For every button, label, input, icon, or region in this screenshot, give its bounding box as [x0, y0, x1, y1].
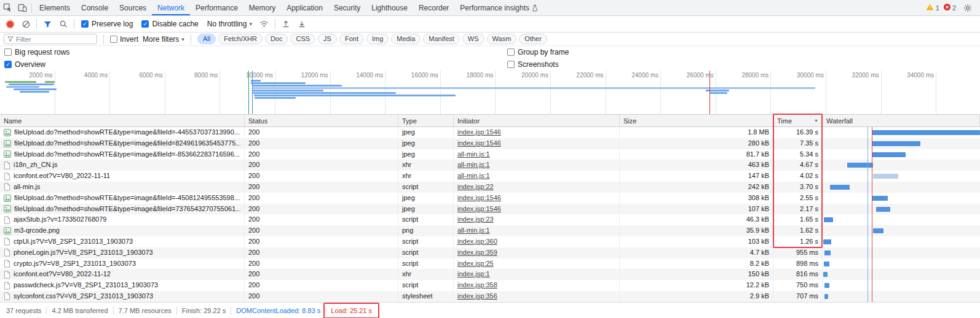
import-har-icon[interactable]	[279, 16, 293, 32]
clear-network-log-button[interactable]	[18, 16, 33, 32]
preserve-log-checkbox[interactable]: Preserve log	[77, 20, 136, 28]
divider	[31, 3, 32, 13]
filter-toggle-icon[interactable]	[40, 16, 55, 32]
document-file-icon	[4, 216, 10, 224]
tab-network[interactable]: Network	[152, 0, 190, 15]
table-row[interactable]: iconfont.eot?V=V80_2022-11-11200xhrall-m…	[0, 171, 980, 182]
initiator-link[interactable]: index.jsp:360	[457, 238, 497, 245]
filter-chip-manifest[interactable]: Manifest	[423, 34, 460, 44]
throttling-select[interactable]: No throttling ▾	[204, 20, 256, 28]
table-row[interactable]: fileUpload.do?method=showRTE&type=image&…	[0, 193, 980, 204]
table-row[interactable]: phoneLogin.js?V=V8_2SP1_231013_190307320…	[0, 247, 980, 258]
overview-checkbox[interactable]: Overview	[0, 58, 980, 71]
initiator-link[interactable]: index.jsp:1546	[457, 205, 501, 212]
screenshots-checkbox[interactable]: Screenshots	[503, 58, 569, 71]
status-item: 37 requests	[1, 306, 47, 315]
more-filters-dropdown[interactable]: More filters ▾	[143, 35, 184, 44]
overview-timeline[interactable]: 2000 ms4000 ms6000 ms8000 ms10000 ms1200…	[0, 71, 980, 115]
initiator-link[interactable]: all-min.js:1	[457, 227, 490, 234]
record-network-log-button[interactable]	[2, 16, 17, 32]
errors-badge[interactable]: 2	[944, 4, 956, 12]
table-row[interactable]: m3-qrcode.png200pngall-min.js:135.9 kB1.…	[0, 225, 980, 236]
column-header-time[interactable]: Time▼	[773, 115, 823, 126]
more-filters-label: More filters	[143, 35, 179, 44]
search-icon[interactable]	[56, 16, 71, 32]
filter-chip-fetch-xhr[interactable]: Fetch/XHR	[218, 34, 263, 44]
filter-chip-ws[interactable]: WS	[462, 34, 484, 44]
filter-chip-img[interactable]: Img	[366, 34, 389, 44]
invert-checkbox[interactable]: Invert	[110, 35, 138, 44]
tab-lighthouse[interactable]: Lighthouse	[366, 0, 413, 15]
tab-security[interactable]: Security	[328, 0, 366, 15]
table-row[interactable]: iconfont.eot?V=V80_2022-11-12200xhrindex…	[0, 269, 980, 280]
filter-input[interactable]	[16, 36, 93, 43]
table-row[interactable]: all-min.js200scriptindex.jsp:22242 kB3.7…	[0, 182, 980, 193]
inspect-element-icon[interactable]	[0, 0, 15, 15]
table-row[interactable]: fileUpload.do?method=showRTE&type=image&…	[0, 127, 980, 138]
initiator-link[interactable]: index.jsp:1546	[457, 194, 501, 201]
tab-application[interactable]: Application	[281, 0, 328, 15]
overview-event-line	[252, 71, 253, 114]
initiator-link[interactable]: index.jsp:1546	[457, 139, 501, 147]
table-row[interactable]: ajaxStub.js?v=1733502768079200scriptinde…	[0, 214, 980, 225]
warnings-badge[interactable]: 1	[926, 4, 939, 12]
name-cell: fileUpload.do?method=showRTE&type=image&…	[0, 149, 245, 160]
table-row[interactable]: sylconfont.css?V=V8_2SP1_231013_19030732…	[0, 291, 980, 302]
initiator-link[interactable]: index.jsp:359	[457, 249, 497, 256]
request-type: stylesheet	[398, 291, 454, 302]
disable-cache-checkbox[interactable]: Disable cache	[138, 20, 202, 28]
filter-chip-media[interactable]: Media	[391, 34, 421, 44]
request-status: 200	[245, 127, 398, 138]
filter-chip-all[interactable]: All	[197, 34, 216, 44]
column-header-status[interactable]: Status	[245, 115, 398, 126]
initiator-link[interactable]: all-min.js:1	[457, 161, 490, 168]
initiator-link[interactable]: index.jsp:1546	[457, 128, 501, 136]
initiator-link[interactable]: index.jsp:358	[457, 281, 497, 289]
tab-performance[interactable]: Performance	[190, 0, 243, 15]
export-har-icon[interactable]	[294, 16, 309, 32]
column-header-size[interactable]: Size	[620, 115, 773, 126]
initiator-link[interactable]: all-min.js:1	[457, 172, 490, 179]
table-row[interactable]: passwdcheck.js?V=V8_2SP1_231013_19030732…	[0, 280, 980, 291]
table-row[interactable]: fileUpload.do?method=showRTE&type=image&…	[0, 204, 980, 215]
tab-elements[interactable]: Elements	[34, 0, 76, 15]
column-header-waterfall[interactable]: Waterfall	[823, 115, 980, 126]
filter-chip-doc[interactable]: Doc	[265, 34, 288, 44]
group-by-frame-checkbox[interactable]: Group by frame	[503, 46, 569, 58]
device-toolbar-icon[interactable]	[15, 0, 30, 15]
initiator-link[interactable]: all-min.js:1	[457, 150, 490, 158]
waterfall-cell	[823, 127, 980, 138]
document-file-icon	[4, 173, 10, 180]
chevron-down-icon: ▾	[249, 21, 252, 27]
settings-gear-icon[interactable]	[960, 0, 975, 15]
filter-chip-other[interactable]: Other	[519, 34, 547, 44]
initiator-link[interactable]: index.jsp:356	[457, 292, 497, 300]
initiator-link[interactable]: index.jsp:23	[457, 215, 494, 223]
initiator-link[interactable]: index.jsp:22	[457, 183, 494, 190]
column-header-initiator[interactable]: Initiator	[454, 115, 620, 126]
filter-chip-wasm[interactable]: Wasm	[487, 34, 517, 44]
column-header-type[interactable]: Type	[398, 115, 454, 126]
initiator-link[interactable]: index.jsp:25	[457, 260, 494, 267]
tab-sources[interactable]: Sources	[114, 0, 152, 15]
initiator-link[interactable]: index.jsp:1	[457, 270, 490, 277]
column-header-name[interactable]: Name	[0, 115, 245, 126]
request-type: png	[398, 225, 454, 236]
name-cell: ajaxStub.js?v=1733502768079	[0, 214, 245, 225]
tab-performance-insights[interactable]: Performance insights	[454, 0, 543, 15]
tab-console[interactable]: Console	[76, 0, 114, 15]
table-row[interactable]: fileUpload.do?method=showRTE&type=image&…	[0, 149, 980, 160]
table-row[interactable]: i18n_zh_CN.js200xhrall-min.js:1463 kB4.6…	[0, 160, 980, 171]
request-time: 955 ms	[773, 247, 823, 258]
network-options: Big request rows Overview Group by frame…	[0, 46, 980, 71]
table-row[interactable]: crypto.js?V=V8_2SP1_231013_1903073200scr…	[0, 258, 980, 270]
tab-recorder[interactable]: Recorder	[413, 0, 454, 15]
filter-chip-font[interactable]: Font	[339, 34, 364, 44]
filter-chip-js[interactable]: JS	[318, 34, 337, 44]
big-request-rows-checkbox[interactable]: Big request rows	[0, 46, 980, 58]
filter-chip-css[interactable]: CSS	[290, 34, 315, 44]
tab-memory[interactable]: Memory	[243, 0, 281, 15]
table-row[interactable]: fileUpload.do?method=showRTE&type=image&…	[0, 138, 980, 149]
network-conditions-icon[interactable]	[257, 16, 272, 32]
table-row[interactable]: ctpUi.js?V=V8_2SP1_231013_1903073200scri…	[0, 236, 980, 247]
